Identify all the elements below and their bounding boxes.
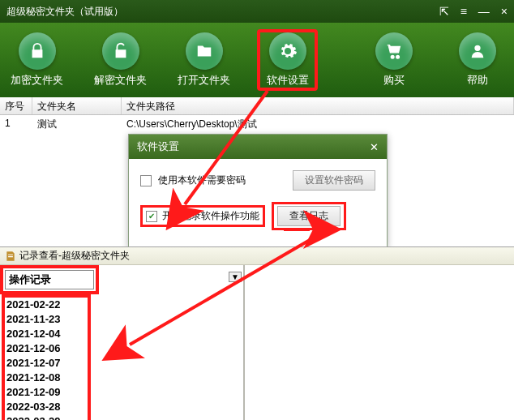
unlock-icon: [112, 42, 130, 60]
list-item[interactable]: 2021-02-22: [6, 298, 86, 312]
log-title-text: 记录查看-超级秘密文件夹: [19, 249, 130, 263]
list-item[interactable]: 2021-12-09: [6, 385, 86, 400]
dialog-title-text: 软件设置: [137, 139, 179, 154]
toolbar: 加密文件夹 解密文件夹 打开文件夹 软件设置 购买 帮助: [0, 23, 514, 97]
th-index[interactable]: 序号: [0, 97, 32, 114]
log-left-pane: 操作记录 ▼ 2021-02-22 2021-11-23 2021-12-04 …: [0, 265, 245, 420]
dialog-titlebar: 软件设置 ✕: [129, 135, 387, 159]
buy-button[interactable]: 购买: [363, 29, 424, 91]
log-viewer-window: 记录查看-超级秘密文件夹 操作记录 ▼ 2021-02-22 2021-11-2…: [0, 246, 514, 420]
minimize-button[interactable]: —: [478, 5, 490, 18]
dialog-body: 使用本软件需要密码 设置软件密码 ✔ 开启记录软件操作功能 查看日志: [129, 159, 387, 253]
close-button[interactable]: ×: [501, 5, 508, 18]
log-dropdown-label: 操作记录: [9, 272, 51, 287]
cell-path: C:\Users\Cherry\Desktop\测试: [122, 115, 514, 133]
encrypt-folder-button[interactable]: 加密文件夹: [6, 29, 67, 91]
log-right-pane: [245, 265, 514, 420]
cart-icon: [385, 42, 403, 60]
help-label: 帮助: [467, 73, 488, 88]
enable-log-label: 开启记录软件操作功能: [162, 209, 259, 223]
list-item[interactable]: 2021-11-23: [6, 312, 86, 327]
set-password-button[interactable]: 设置软件密码: [293, 170, 375, 191]
buy-label: 购买: [383, 73, 405, 88]
folder-icon: [195, 42, 213, 60]
open-label: 打开文件夹: [178, 73, 230, 88]
table-header: 序号 文件夹名 文件夹路径: [0, 97, 514, 115]
view-log-button[interactable]: 查看日志: [277, 206, 341, 226]
log-date-list: 2021-02-22 2021-11-23 2021-12-04 2021-12…: [2, 294, 91, 420]
list-item[interactable]: 2021-12-08: [6, 371, 86, 385]
list-item[interactable]: 2021-12-04: [6, 327, 86, 341]
dialog-close-button[interactable]: ✕: [370, 141, 379, 153]
help-button[interactable]: 帮助: [447, 29, 508, 91]
enable-log-highlight: ✔ 开启记录软件操作功能: [140, 205, 265, 227]
enable-log-checkbox[interactable]: ✔: [146, 211, 157, 222]
titlebar-controls: ⇱ ≡ — ×: [439, 5, 508, 18]
doc-icon: [5, 251, 16, 262]
pin-button[interactable]: ⇱: [439, 5, 449, 18]
user-icon: [469, 42, 486, 60]
settings-label: 软件设置: [267, 73, 309, 88]
window-title: 超级秘密文件夹（试用版）: [6, 5, 123, 19]
require-password-checkbox[interactable]: [140, 175, 152, 186]
log-dropdown[interactable]: 操作记录: [5, 270, 94, 289]
dropdown-arrow-icon[interactable]: ▼: [229, 272, 242, 282]
titlebar: 超级秘密文件夹（试用版） ⇱ ≡ — ×: [0, 0, 514, 23]
decrypt-folder-button[interactable]: 解密文件夹: [90, 29, 151, 91]
table-body: 1 测试 C:\Users\Cherry\Desktop\测试: [0, 115, 514, 133]
list-item[interactable]: 2022-03-29: [6, 414, 86, 420]
cell-index: 1: [0, 115, 32, 133]
log-titlebar: 记录查看-超级秘密文件夹: [0, 247, 514, 265]
list-item[interactable]: 2021-12-07: [6, 356, 86, 371]
th-path[interactable]: 文件夹路径: [122, 97, 514, 114]
view-log-highlight: 查看日志: [272, 202, 346, 230]
list-item[interactable]: 2021-12-06: [6, 341, 86, 356]
cell-name: 测试: [32, 115, 122, 133]
th-name[interactable]: 文件夹名: [32, 97, 122, 114]
table-row[interactable]: 1 测试 C:\Users\Cherry\Desktop\测试: [0, 115, 514, 133]
menu-button[interactable]: ≡: [460, 5, 467, 18]
lock-icon: [28, 42, 46, 60]
gear-icon: [278, 41, 298, 61]
main-window: 超级秘密文件夹（试用版） ⇱ ≡ — × 加密文件夹 解密文件夹 打开文件夹 软…: [0, 0, 514, 133]
encrypt-label: 加密文件夹: [11, 73, 63, 88]
open-folder-button[interactable]: 打开文件夹: [173, 29, 234, 91]
decrypt-label: 解密文件夹: [94, 73, 147, 88]
require-password-label: 使用本软件需要密码: [158, 174, 246, 187]
settings-dialog: 软件设置 ✕ 使用本软件需要密码 设置软件密码 ✔ 开启记录软件操作功能 查看日…: [128, 134, 388, 247]
settings-button[interactable]: 软件设置: [257, 29, 318, 91]
list-item[interactable]: 2022-03-28: [6, 400, 86, 414]
